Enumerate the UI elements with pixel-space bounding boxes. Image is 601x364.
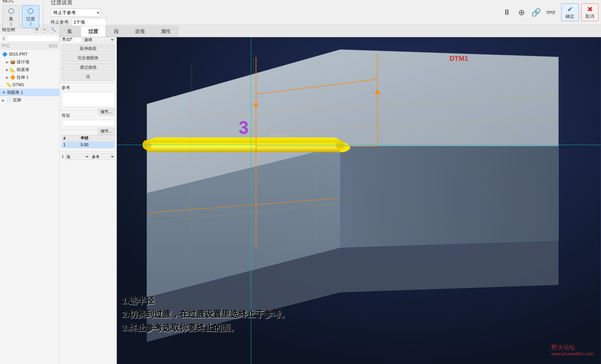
confirm-icon: ✔	[567, 5, 573, 13]
chord-button[interactable]: 弦	[62, 73, 115, 81]
set-mode-button[interactable]: ⬡ 集 1	[2, 5, 20, 28]
radius-value: 5.00	[79, 142, 115, 148]
annotation-line1: 1.选半径	[122, 294, 289, 307]
tab-bar: 集 过渡 段 选项 属性	[60, 25, 601, 37]
filter-icon: ⊻	[2, 36, 5, 41]
ref-type-select[interactable]: 参考	[91, 153, 115, 160]
skeleton-input[interactable]	[62, 120, 115, 126]
tree-item-fillet1[interactable]: ✦ 倒圆角 1	[0, 89, 59, 96]
value-type-select[interactable]: 值 参考 选项	[65, 153, 89, 160]
confirm-label: 确定	[565, 13, 574, 19]
end-ref-row: 终止参考:	[51, 18, 107, 26]
bottom-num: 1	[62, 154, 64, 159]
confirm-button[interactable]: ✔ 确定	[561, 3, 579, 21]
confirm-cancel-section: ✔ 确定 ✖ 取消	[561, 3, 599, 21]
annotation-text: 1.选半径 2.切换到过渡，在过渡设置里选终止于参考。 3.终止参考选取你要终止…	[122, 294, 289, 334]
tab-segment[interactable]: 段	[106, 26, 127, 37]
col-radius: 半径	[79, 135, 115, 142]
ref-section: 参考 细节...	[60, 83, 117, 111]
svg-text:FRONT: FRONT	[271, 132, 293, 139]
transition-icon: ⬡	[28, 7, 34, 15]
tab-set[interactable]: 集	[60, 26, 80, 37]
set-icon: ⬡	[8, 7, 14, 15]
tree-search-input[interactable]	[7, 35, 59, 42]
radius-table: # 半径 1 5.00	[62, 135, 115, 148]
toolbar-controls: ⏸ ⊕ 🔗 👓	[501, 7, 556, 18]
mode-label: 模式	[2, 0, 13, 4]
left-sidebar: ⊞ 模型树 📁 文件夹 ⭐ 收藏夹 模型树 ⚙ ≡ 🔍 ⊻ ✕ + PTC 30…	[0, 0, 60, 364]
tab-transition[interactable]: 过渡	[80, 26, 106, 37]
annotation-line2: 2.切换到过渡，在过渡设置里选终止于参考。	[122, 307, 289, 321]
radius-row-1[interactable]: 1 5.00	[62, 142, 115, 148]
set-btn-num: 1	[10, 22, 12, 26]
chain-button[interactable]: 🔗	[531, 7, 542, 18]
annotation-line3: 3.终止参考选取你要终止的面。	[122, 321, 289, 334]
transition-type-select[interactable]: 终止于参考 延伸 自然 切线	[51, 9, 100, 17]
ptc-label: PTC	[2, 44, 10, 48]
bottom-controls: 1 值 参考 选项 参考	[60, 152, 117, 161]
ref-label: 参考	[62, 85, 115, 91]
right-panel: 集 1 圆形 D1xD2椭圆 D1xD2倒角 滚球 可变扫描 固定 延伸曲面 完…	[60, 25, 117, 364]
action-buttons: 延伸曲面 完全侧圆角 通过曲线 弦	[62, 44, 115, 81]
transition-settings-title: 过渡设置	[51, 0, 107, 6]
full-fillet-button[interactable]: 完全侧圆角	[62, 54, 115, 62]
svg-text:DTM1: DTM1	[449, 55, 468, 62]
tree-item-group-datum[interactable]: ▶ 📐 组基准	[0, 66, 59, 73]
link-button[interactable]: ⊕	[516, 7, 527, 18]
ptc-value: 3015	[48, 44, 57, 48]
col-num: #	[62, 135, 79, 142]
glasses-button[interactable]: 👓	[545, 7, 556, 18]
tab-properties[interactable]: 属性	[153, 26, 178, 37]
end-ref-label: 终止参考:	[51, 19, 70, 25]
tree-items: 🔷 3015.PRT ▶ 📦 设计项 ▶ 📐 组基准 ▶ 🔶 拉伸 1 📏 DT…	[0, 50, 59, 364]
transition-settings-section: 过渡设置 终止于参考 延伸 自然 切线 终止参考:	[48, 0, 107, 26]
tree-item-dtm1[interactable]: 📏 DTM1	[0, 81, 59, 89]
transition-btn-label: 过渡	[26, 16, 35, 22]
end-ref-input[interactable]	[72, 18, 107, 26]
mode-section: 模式 ⬡ 集 1 ⬡ 过渡 2	[2, 0, 43, 28]
tab-options[interactable]: 选项	[127, 26, 153, 37]
svg-text:3: 3	[239, 118, 249, 137]
transition-mode-button[interactable]: ⬡ 过渡 2	[22, 5, 39, 28]
tree-item-design[interactable]: ▶ 📦 设计项	[0, 58, 59, 66]
tree-item-3015prt[interactable]: 🔷 3015.PRT	[0, 51, 59, 58]
extend-surface-button[interactable]: 延伸曲面	[62, 44, 115, 52]
svg-marker-3	[340, 146, 559, 248]
ref-details-button[interactable]: 细节...	[98, 108, 115, 115]
watermark: 野火论坛 www.proewidfire.com	[551, 343, 594, 357]
transition-type-row: 终止于参考 延伸 自然 切线	[51, 9, 107, 17]
param-type-select[interactable]: 滚球 可变扫描 固定	[83, 36, 115, 43]
cancel-icon: ✖	[587, 5, 593, 13]
watermark-sub: www.proewidfire.com	[551, 351, 594, 357]
pause-button[interactable]: ⏸	[501, 7, 512, 18]
watermark-main: 野火论坛	[551, 343, 594, 351]
tree-search-toggle-button[interactable]: 🔍	[49, 26, 57, 33]
mode-buttons: ⬡ 集 1 ⬡ 过渡 2	[2, 5, 39, 28]
top-toolbar: 模式 ⬡ 集 1 ⬡ 过渡 2 过渡设置 终止于参考 延伸 自然 切线	[0, 0, 601, 25]
radius-num: 1	[62, 142, 79, 148]
skeleton-details-button[interactable]: 细节...	[98, 128, 115, 135]
ref-box	[62, 92, 115, 107]
cancel-button[interactable]: ✖ 取消	[581, 3, 599, 21]
viewport: DTM1 FRONT 3 1.选半径 2.切换到过渡，在过渡设置里选终止于参考。…	[117, 25, 601, 364]
tree-search: ⊻ ✕ +	[0, 34, 59, 43]
through-curve-button[interactable]: 通过曲线	[62, 63, 115, 71]
tree-item-footer[interactable]: ▶ 📄 页脚	[0, 96, 59, 104]
ptc-header: PTC 3015	[0, 43, 59, 50]
tree-item-extrude1[interactable]: ▶ 🔶 拉伸 1	[0, 73, 59, 81]
cancel-label: 取消	[585, 13, 594, 19]
transition-btn-num: 2	[30, 22, 32, 26]
set-btn-label: 集	[9, 16, 13, 22]
